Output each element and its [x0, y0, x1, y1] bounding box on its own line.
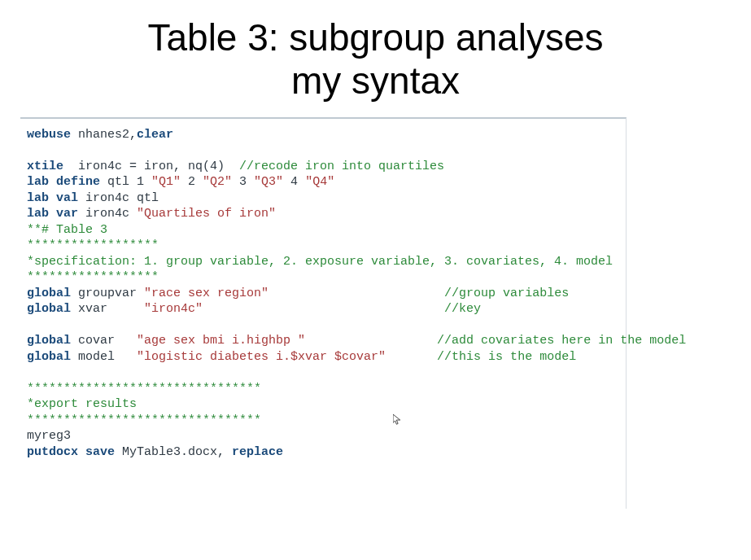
title-line-1: Table 3: subgroup analyses — [147, 16, 603, 59]
code-line-12: global covar "age sex bmi i.highbp " //a… — [27, 334, 686, 348]
code-line-18: putdocx save MyTable3.docx, replace — [27, 445, 283, 459]
code-line-5: lab var iron4c "Quartiles of iron" — [27, 207, 276, 221]
code-line-11: global xvar "iron4c" //key — [27, 302, 481, 316]
title-line-2: my syntax — [291, 59, 460, 102]
code-line-16: ******************************** — [27, 413, 261, 427]
code-line-4: lab val iron4c qtl — [27, 191, 159, 205]
code-line-3: lab define qtl 1 "Q1" 2 "Q2" 3 "Q3" 4 "Q… — [27, 175, 334, 189]
code-line-15: *export results — [27, 397, 137, 411]
code-editor: webuse nhanes2,clear xtile iron4c = iron… — [20, 117, 627, 510]
code-line-9: ****************** — [27, 270, 159, 284]
code-line-2: xtile iron4c = iron, nq(4) //recode iron… — [27, 160, 444, 173]
code-line-14: ******************************** — [27, 382, 261, 396]
code-line-8: *specification: 1. group variable, 2. ex… — [27, 255, 613, 269]
code-line-17: myreg3 — [27, 429, 71, 443]
slide-title: Table 3: subgroup analyses my syntax — [0, 0, 751, 111]
code-line-1: webuse nhanes2,clear — [27, 128, 173, 142]
code-line-13: global model "logistic diabetes i.$xvar … — [27, 350, 576, 364]
code-line-10: global groupvar "race sex region" //grou… — [27, 287, 569, 300]
code-line-7: ****************** — [27, 238, 159, 252]
code-line-6: **# Table 3 — [27, 223, 107, 237]
